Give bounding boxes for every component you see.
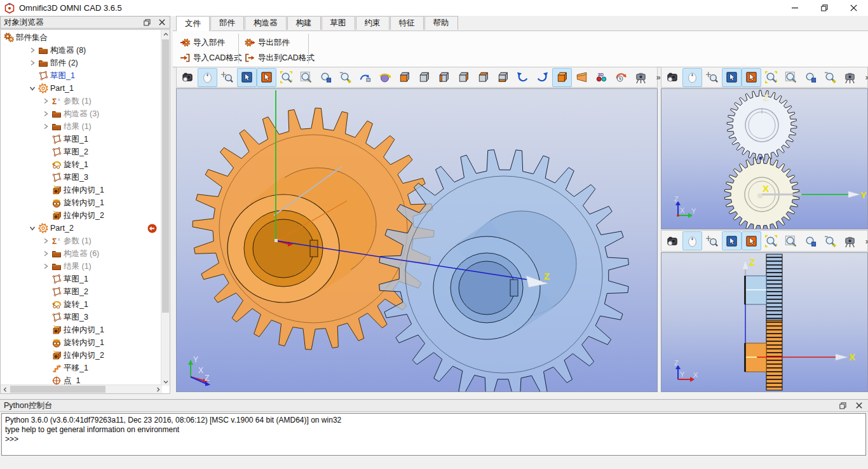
zoom-selected-button[interactable] xyxy=(316,68,336,87)
zoom-fit-button[interactable] xyxy=(761,68,781,87)
export-cad-button[interactable]: 导出到CAD格式 xyxy=(243,51,316,65)
tab-2[interactable]: 构造器 xyxy=(245,16,287,30)
rotate-view-button[interactable] xyxy=(375,68,395,87)
tab-3[interactable]: 构建 xyxy=(287,16,321,30)
tree-item-参数1[interactable]: Σx参数 (1) xyxy=(41,95,161,107)
tree-item-草图_2[interactable]: 草图_2 xyxy=(41,285,161,298)
chevron-right-icon[interactable] xyxy=(41,236,51,246)
minimize-button[interactable] xyxy=(780,0,810,16)
scroll-thumb[interactable] xyxy=(10,386,105,393)
snapshot-button[interactable] xyxy=(840,68,860,87)
scroll-up-icon[interactable] xyxy=(161,30,170,38)
scroll-thumb[interactable] xyxy=(162,39,169,313)
cube-back-button[interactable] xyxy=(414,68,434,87)
export-part-button[interactable]: 导出部件 xyxy=(243,36,292,50)
zoom-inout-button[interactable] xyxy=(820,231,840,250)
cube-top-button[interactable] xyxy=(473,68,493,87)
select-orange-button[interactable] xyxy=(257,68,276,87)
chevron-right-icon[interactable] xyxy=(41,248,51,259)
tree-item-Part_2[interactable]: Part_2 xyxy=(27,222,161,234)
mouse-button[interactable] xyxy=(682,68,702,87)
stereo-3d-button[interactable]: 3D xyxy=(592,68,611,87)
tree-item-结果1[interactable]: 结果 (1) xyxy=(41,120,161,133)
viewport-main-3d[interactable]: Z YXZ xyxy=(176,88,658,392)
select-blue-button[interactable] xyxy=(722,68,742,87)
tree-item-结果1[interactable]: 结果 (1) xyxy=(41,260,161,273)
tree-item-草图_2[interactable]: 草图_2 xyxy=(41,146,161,158)
select-orange-button[interactable] xyxy=(742,68,761,87)
back-arrow-badge[interactable] xyxy=(147,224,157,233)
tree-item-部件集合[interactable]: 部件集合 xyxy=(3,31,161,44)
render-button[interactable] xyxy=(178,68,198,87)
tree-vertical-scrollbar[interactable] xyxy=(161,30,170,386)
zoom-selected-button[interactable] xyxy=(801,231,820,250)
undo-button[interactable] xyxy=(513,68,532,87)
tree-item-拉伸内切_2[interactable]: 拉伸内切_2 xyxy=(41,209,161,222)
tab-file[interactable]: 文件 xyxy=(176,16,210,31)
zoom-inout-button[interactable] xyxy=(336,68,355,87)
python-console[interactable]: Python 3.6.0 (v3.6.0:41df79263a11, Dec 2… xyxy=(1,413,866,456)
zoom-inout-button[interactable] xyxy=(820,68,840,87)
tree-item-草图_3[interactable]: 草图_3 xyxy=(41,171,161,184)
viewport-side-view[interactable]: Z X ZYX xyxy=(661,252,868,392)
redo-button[interactable] xyxy=(532,68,552,87)
viewport-front-view[interactable]: Y X Z ZXY xyxy=(661,88,868,229)
scroll-left-icon[interactable] xyxy=(1,385,9,393)
rotate-free-button[interactable] xyxy=(355,68,375,87)
tab-1[interactable]: 部件 xyxy=(210,16,244,30)
tree-item-参数1[interactable]: Σx参数 (1) xyxy=(41,234,161,247)
snapshot-button[interactable] xyxy=(631,68,651,87)
select-blue-button[interactable] xyxy=(237,68,257,87)
chevron-down-icon[interactable] xyxy=(27,83,37,93)
panel-close-icon[interactable] xyxy=(157,17,167,27)
zoom-window-button[interactable] xyxy=(296,68,316,87)
cube-front-button[interactable] xyxy=(395,68,414,87)
select-orange-button[interactable] xyxy=(742,231,761,250)
tree-item-Part_1[interactable]: Part_1 xyxy=(27,82,161,95)
zoom-pointer-button[interactable] xyxy=(702,231,722,250)
tree-item-拉伸内切_1[interactable]: 拉伸内切_1 xyxy=(41,184,161,196)
zoom-selected-button[interactable] xyxy=(801,68,820,87)
overflow-button[interactable]: » xyxy=(860,68,868,87)
chevron-right-icon[interactable] xyxy=(27,58,37,68)
console-float-button[interactable] xyxy=(837,400,848,411)
chevron-down-icon[interactable] xyxy=(27,223,37,233)
tree-item-旋转内切_1[interactable]: 旋转内切_1 xyxy=(41,196,161,209)
select-blue-button[interactable] xyxy=(722,231,742,250)
tree-item-草图_1[interactable]: 草图_1 xyxy=(41,273,161,285)
zoom-window-button[interactable] xyxy=(781,68,801,87)
zoom-window-button[interactable] xyxy=(781,231,801,250)
cube-left-button[interactable] xyxy=(434,68,454,87)
snapshot-button[interactable] xyxy=(840,231,860,250)
scroll-down-icon[interactable] xyxy=(161,377,170,386)
chevron-right-icon[interactable] xyxy=(41,121,51,132)
cube-bottom-button[interactable] xyxy=(493,68,513,87)
tree-item-旋转_1[interactable]: 旋转_1 xyxy=(41,158,161,171)
tree-item-构造器3[interactable]: 构造器 (3) xyxy=(41,107,161,120)
mouse-button[interactable] xyxy=(198,68,217,87)
tree-item-拉伸内切_2[interactable]: 拉伸内切_2 xyxy=(41,349,161,362)
tree-item-草图_3[interactable]: 草图_3 xyxy=(41,311,161,323)
tree-item-构造器8[interactable]: 构造器 (8) xyxy=(27,44,161,57)
zoom-fit-button[interactable] xyxy=(761,231,781,250)
render-button[interactable] xyxy=(663,231,682,250)
render-button[interactable] xyxy=(663,68,682,87)
zoom-fit-button[interactable] xyxy=(276,68,296,87)
panel-float-button[interactable] xyxy=(142,17,152,27)
tree-item-旋转_1[interactable]: 旋转_1 xyxy=(41,298,161,311)
mouse-button[interactable] xyxy=(682,231,702,250)
chevron-right-icon[interactable] xyxy=(41,96,51,106)
chevron-right-icon[interactable] xyxy=(41,261,51,271)
iso-view-button[interactable] xyxy=(552,68,572,87)
tab-7[interactable]: 帮助 xyxy=(424,16,458,30)
tab-5[interactable]: 约束 xyxy=(356,16,390,30)
tree-item-旋转内切_1[interactable]: 旋转内切_1 xyxy=(41,336,161,349)
tab-6[interactable]: 特征 xyxy=(390,16,424,30)
console-close-icon[interactable] xyxy=(854,400,864,411)
import-cad-button[interactable]: 导入CAD格式 xyxy=(178,51,243,65)
restore-button[interactable] xyxy=(810,0,839,16)
zoom-pointer-button[interactable] xyxy=(702,68,722,87)
tree-horizontal-scrollbar[interactable] xyxy=(1,384,162,393)
tree-item-草图_1[interactable]: 草图_1 xyxy=(27,69,161,82)
cube-right-button[interactable] xyxy=(454,68,473,87)
